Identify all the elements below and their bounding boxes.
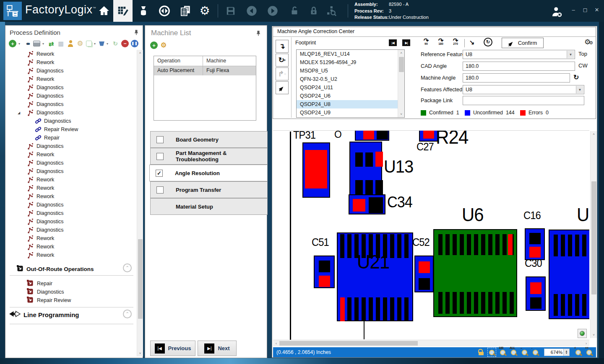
machine-cell[interactable]: Fuji Flexa <box>203 66 256 75</box>
add-machine-icon[interactable]: + <box>150 41 158 49</box>
next-footprint-button[interactable]: ▶| <box>402 39 410 46</box>
scroll-down-arrow[interactable]: ˅ <box>591 332 597 338</box>
component-C16[interactable] <box>525 228 545 260</box>
tree-item-operation[interactable]: Diagnostics <box>5 100 135 108</box>
tree-item-link[interactable]: Diagnostics <box>5 117 135 125</box>
scroll-down-arrow[interactable]: ˅ <box>137 350 143 356</box>
component-U13[interactable] <box>349 142 382 199</box>
remove-icon[interactable]: − <box>121 40 129 47</box>
confirm-button[interactable]: Confirm <box>502 38 544 48</box>
tree-item-link[interactable]: Repair Review <box>5 125 135 134</box>
chevron-down-icon[interactable]: ▼ <box>576 86 583 93</box>
scroll-right-arrow[interactable]: › <box>583 340 589 346</box>
column-machine[interactable]: Machine <box>203 56 256 66</box>
dart-confirm-tool-button[interactable] <box>276 81 289 94</box>
tree-item-operation[interactable]: Diagnostics <box>5 83 135 92</box>
first-footprint-button[interactable]: |◀ <box>389 39 397 46</box>
zoom-spin-arrows[interactable]: ▲▼ <box>564 349 570 356</box>
redo-button-disabled[interactable] <box>263 3 282 19</box>
zoom-level-value[interactable]: 674% <box>544 349 564 356</box>
copy-icon[interactable] <box>86 41 92 46</box>
scroll-left-arrow[interactable]: ‹ <box>273 340 279 346</box>
component-TP31[interactable] <box>302 142 330 198</box>
tree-expander-icon[interactable]: ◢ <box>18 111 20 115</box>
component-C52[interactable] <box>414 256 434 292</box>
scroll-thumb[interactable] <box>138 239 143 319</box>
refresh-angle-button[interactable]: ↻ <box>573 73 579 81</box>
footprint-item[interactable]: QFN-32-0.5_U2 <box>297 75 398 83</box>
rotate-90-button[interactable]: ↷90 <box>421 38 432 45</box>
nudge-arrow-button[interactable]: ↘ <box>469 39 475 46</box>
process-search-button-disabled[interactable] <box>322 3 341 19</box>
component-U[interactable] <box>549 230 589 319</box>
rotate-add-button[interactable]: ↻+ <box>276 54 289 67</box>
save-button-disabled[interactable] <box>221 3 240 19</box>
component-C30[interactable] <box>526 276 546 311</box>
scroll-thumb[interactable] <box>279 341 418 346</box>
undo-button-disabled[interactable] <box>242 3 261 19</box>
add-operation-icon[interactable]: + <box>9 40 16 47</box>
footprint-item[interactable]: QSOP24_U9 <box>297 108 398 117</box>
pin-icon[interactable] <box>133 29 139 36</box>
tree-item-operation[interactable]: Rework <box>5 243 135 251</box>
zoom-out-fast-icon[interactable]: -- <box>521 349 528 356</box>
tree-item-operation[interactable]: Diagnostics <box>5 67 135 75</box>
rotate-footprint-button[interactable]: ↴ <box>276 40 289 53</box>
footprint-item[interactable]: QSOP24_U6 <box>297 92 398 100</box>
out-of-route-item[interactable]: Repair Review <box>26 296 71 305</box>
tree-item-link[interactable]: Repair <box>5 134 135 142</box>
settings-button[interactable]: ⚙ <box>195 3 214 19</box>
rotate-180-button[interactable]: ↷180 <box>435 38 446 45</box>
footprint-item[interactable]: MOLEX 51296-4594_J9 <box>297 58 398 67</box>
scroll-down-arrow[interactable]: ˅ <box>398 111 404 117</box>
tree-item-operation[interactable]: Diagnostics <box>5 226 135 234</box>
zoom-in-icon[interactable]: + <box>575 349 582 356</box>
find-icon[interactable]: ●● <box>23 40 31 47</box>
rotate-270-button[interactable]: ↷270 <box>450 38 461 45</box>
step-angle-resolution[interactable]: ✓Angle Resolution <box>149 165 268 181</box>
auto-rotate-button[interactable]: ↻ <box>484 38 492 46</box>
features-affected-select[interactable]: U8▼ <box>463 85 584 94</box>
component-unlabeled[interactable] <box>355 130 389 141</box>
scroll-thumb[interactable] <box>591 181 596 294</box>
tree-item-operation[interactable]: Diagnostics <box>5 92 135 100</box>
scroll-thumb[interactable] <box>399 57 404 72</box>
minimize-button[interactable]: – <box>569 7 578 13</box>
operation-cell[interactable]: Auto Placement <box>154 66 203 75</box>
tree-item-operation[interactable]: Rework <box>5 192 135 201</box>
print-dropdown-caret[interactable]: ▾ <box>42 42 45 46</box>
settings-gears-icon[interactable]: ⚙⚙ <box>584 38 593 46</box>
operation-settings-icon[interactable]: ⚙ <box>76 40 84 47</box>
move-origin-button-disabled[interactable]: ↱○ <box>276 67 289 80</box>
footprint-item[interactable]: MSOP8_U5 <box>297 67 398 75</box>
zoom-100-icon[interactable]: 100 <box>499 349 506 356</box>
delete-dropdown-caret[interactable]: ▾ <box>107 42 109 46</box>
pcb-vertical-scrollbar[interactable]: ˄ ˅ <box>590 131 597 338</box>
previous-button[interactable]: |◀Previous <box>150 341 195 356</box>
machine-angle-input[interactable] <box>463 74 570 82</box>
machine-table-header[interactable]: Operation Machine <box>154 56 256 66</box>
release-icon[interactable]: ↻ <box>112 40 119 47</box>
zoom-level-spinner[interactable]: 674%▲▼ <box>544 349 570 356</box>
tree-item-operation[interactable]: Rework <box>5 50 135 58</box>
component-C51[interactable] <box>314 256 335 288</box>
tree-item-operation[interactable]: Diagnostics <box>5 142 135 150</box>
layer-toggle-button[interactable] <box>578 329 587 338</box>
add-dropdown-caret[interactable]: ▾ <box>18 42 21 46</box>
tree-item-operation[interactable]: Rework <box>5 176 135 184</box>
logoff-user-button[interactable] <box>547 3 566 20</box>
step-board-geometry[interactable]: Board Geometry <box>150 131 268 148</box>
machine-table-row[interactable]: Auto Placement Fuji Flexa <box>154 66 256 75</box>
collapse-up-button[interactable]: ⌃ <box>123 310 132 318</box>
out-of-route-item[interactable]: Diagnostics <box>26 288 64 296</box>
pcb-horizontal-scrollbar[interactable]: ‹ › <box>273 340 589 346</box>
chevron-down-icon[interactable]: ▼ <box>567 51 574 58</box>
collapse-up-button[interactable]: ⌃ <box>123 263 132 272</box>
reference-feature-select[interactable]: U8▼ <box>463 50 575 59</box>
unlock-button-disabled[interactable] <box>285 3 304 19</box>
scroll-up-arrow[interactable]: ˄ <box>398 50 404 56</box>
zoom-out-icon[interactable]: - <box>532 349 539 356</box>
sync-icon[interactable]: ⇄ <box>47 40 55 47</box>
tree-item-operation[interactable]: Rework <box>5 234 135 243</box>
hold-icon[interactable]: ❚❚ <box>131 40 138 47</box>
